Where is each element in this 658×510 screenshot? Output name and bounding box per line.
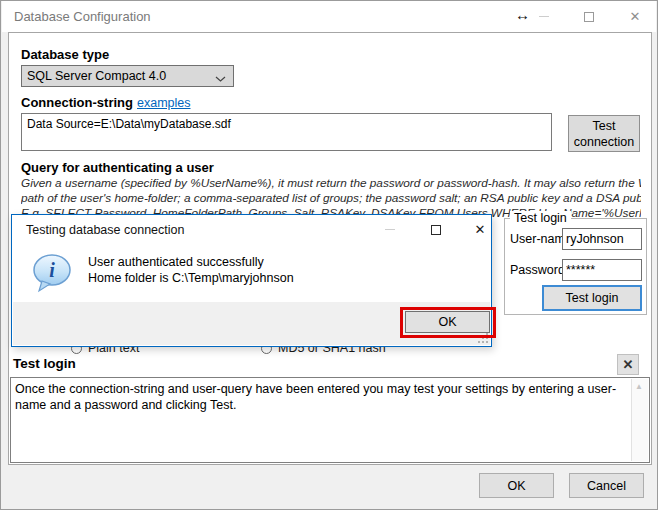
minimize-icon	[539, 16, 549, 17]
connection-string-label: Connection-string	[21, 95, 133, 110]
maximize-icon	[431, 225, 441, 235]
minimize-icon	[385, 229, 395, 230]
close-icon: ✕	[623, 357, 634, 372]
database-type-value: SQL Server Compact 4.0	[27, 69, 166, 83]
dialog-message-line2: Home folder is C:\Temp\maryjohnson	[88, 271, 294, 285]
connection-string-value: Data Source=E:\Data\myDatabase.sdf	[27, 117, 231, 131]
testing-connection-dialog: Testing database connection ✕ i User aut…	[11, 214, 492, 347]
test-login-info-text: Once the connection-string and user-quer…	[15, 381, 627, 413]
minimize-button[interactable]	[527, 1, 561, 32]
test-login-group-title: Test login	[510, 211, 571, 225]
dialog-minimize-button	[374, 215, 406, 244]
close-icon: ✕	[475, 222, 486, 237]
query-description-line1: Given a username (specified by %UserName…	[21, 176, 641, 191]
close-icon: ✕	[630, 9, 641, 24]
connection-string-input[interactable]: Data Source=E:\Data\myDatabase.sdf	[21, 113, 552, 151]
test-login-button[interactable]: Test login	[542, 285, 642, 311]
cancel-button[interactable]: Cancel	[569, 473, 644, 498]
password-label: Password	[510, 263, 565, 277]
dialog-close-button[interactable]: ✕	[464, 215, 496, 244]
dialog-message-line1: User authenticated successfully	[88, 255, 264, 269]
dialog-ok-button[interactable]: OK	[405, 311, 490, 333]
database-type-dropdown[interactable]: SQL Server Compact 4.0	[21, 65, 234, 87]
test-connection-button[interactable]: Test connection	[568, 115, 640, 152]
dialog-maximize-button[interactable]	[420, 215, 452, 244]
window-title: Database Configuration	[14, 9, 151, 24]
query-description-line2: path of the user's home-folder; a comma-…	[21, 191, 641, 206]
info-icon: i	[32, 253, 72, 299]
titlebar: Database Configuration ↔ ✕	[2, 1, 656, 32]
maximize-button[interactable]	[572, 1, 606, 32]
svg-text:i: i	[49, 259, 55, 281]
test-login-panel-heading: Test login	[13, 356, 76, 371]
database-configuration-window: Database Configuration ↔ ✕ Database type…	[0, 0, 658, 510]
examples-link[interactable]: examples	[137, 96, 191, 110]
dialog-title: Testing database connection	[26, 223, 184, 237]
close-button[interactable]: ✕	[618, 1, 652, 32]
resize-grip[interactable]	[476, 331, 488, 343]
database-type-label: Database type	[21, 47, 109, 62]
scroll-up-icon: ▲	[635, 382, 643, 391]
panel-close-button[interactable]: ✕	[617, 354, 639, 375]
chevron-down-icon	[215, 72, 226, 86]
scrollbar[interactable]: ▲	[631, 379, 648, 461]
username-input[interactable]	[562, 228, 642, 250]
ok-button[interactable]: OK	[479, 473, 554, 498]
maximize-icon	[584, 12, 594, 22]
test-login-info-box[interactable]: Once the connection-string and user-quer…	[10, 377, 650, 463]
query-heading: Query for authenticating a user	[21, 160, 214, 175]
password-input[interactable]	[562, 259, 642, 281]
